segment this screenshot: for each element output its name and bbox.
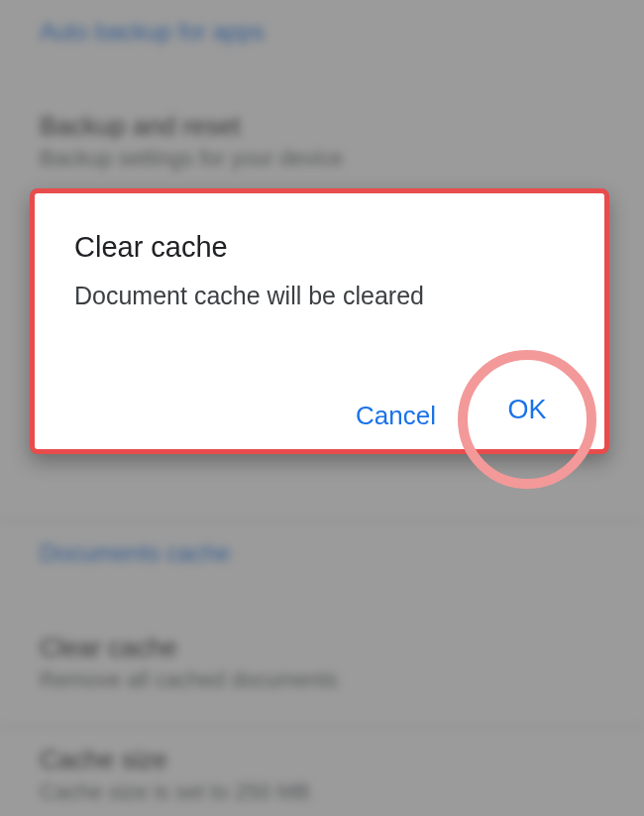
ok-highlight-circle: OK xyxy=(458,350,596,489)
ok-button[interactable]: OK xyxy=(507,395,546,425)
dialog-message: Document cache will be cleared xyxy=(74,282,565,310)
clear-cache-dialog: Clear cache Document cache will be clear… xyxy=(30,188,609,454)
dialog-title: Clear cache xyxy=(74,231,565,264)
cancel-button[interactable]: Cancel xyxy=(356,401,436,431)
